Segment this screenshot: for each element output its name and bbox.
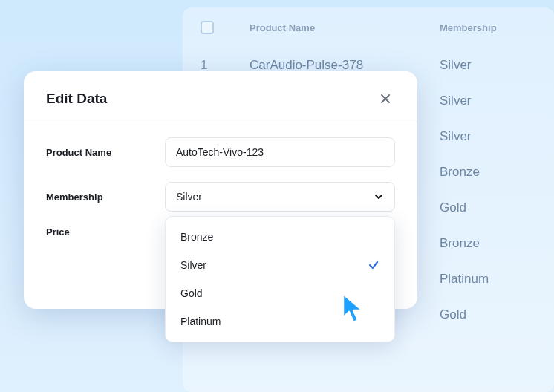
- product-name-label: Product Name: [46, 147, 165, 158]
- column-membership: Membership: [440, 22, 536, 33]
- membership-select-value: Silver: [176, 191, 202, 203]
- dropdown-option[interactable]: Silver: [166, 251, 394, 279]
- dropdown-option-label: Gold: [180, 287, 203, 299]
- edit-data-modal: Edit Data Product Name Membership Silver…: [24, 71, 417, 309]
- dropdown-option-label: Bronze: [180, 231, 213, 243]
- row-membership: Bronze: [440, 165, 536, 180]
- row-membership: Silver: [440, 94, 536, 108]
- membership-dropdown: BronzeSilverGoldPlatinum: [165, 216, 395, 342]
- row-membership: Silver: [440, 58, 536, 73]
- product-name-input[interactable]: [165, 137, 395, 167]
- modal-title: Edit Data: [46, 91, 107, 107]
- table-header: Product Name Membership: [183, 7, 554, 48]
- dropdown-option[interactable]: Platinum: [166, 307, 394, 336]
- row-product-name: CarAudio-Pulse-378: [227, 58, 440, 73]
- dropdown-option[interactable]: Bronze: [166, 223, 394, 251]
- row-membership: Bronze: [440, 236, 536, 251]
- dropdown-option-label: Platinum: [180, 316, 221, 327]
- row-membership: Gold: [440, 200, 536, 215]
- row-membership: Gold: [440, 307, 536, 322]
- chevron-down-icon: [374, 192, 384, 202]
- close-button[interactable]: [376, 89, 395, 108]
- row-membership: Silver: [440, 129, 536, 144]
- row-membership: Platinum: [440, 272, 536, 287]
- membership-select[interactable]: Silver: [165, 182, 395, 212]
- column-product-name: Product Name: [227, 22, 440, 33]
- membership-label: Membership: [46, 192, 165, 203]
- dropdown-option-label: Silver: [180, 259, 206, 271]
- price-label: Price: [46, 226, 165, 238]
- select-all-checkbox[interactable]: [201, 21, 214, 34]
- dropdown-option[interactable]: Gold: [166, 279, 394, 307]
- row-number: 1: [201, 58, 227, 73]
- check-icon: [368, 259, 379, 271]
- close-icon: [380, 94, 391, 104]
